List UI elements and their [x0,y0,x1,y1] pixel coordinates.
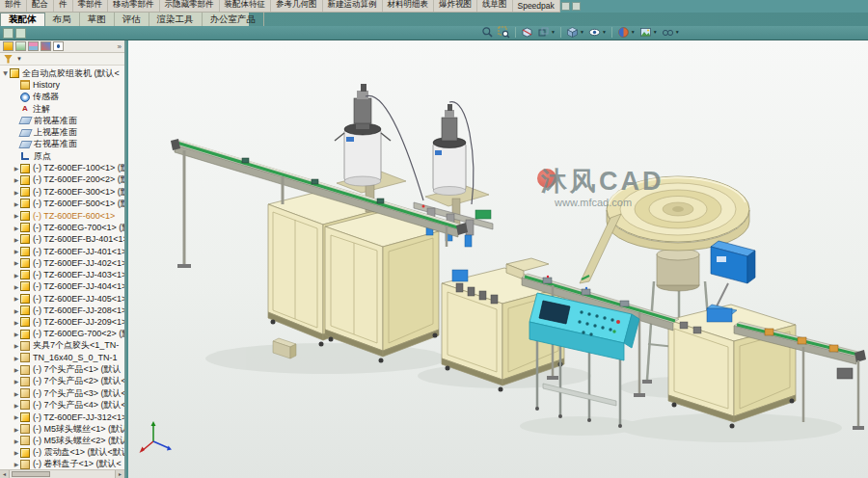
tree-item-0[interactable]: 全自动点胶组装机 (默认< [0,67,124,79]
panel-mini-button-2[interactable] [15,28,26,39]
toolbar-button-6[interactable]: 装配体特征 [220,0,272,12]
tree-item-14[interactable]: (-) TZ-600EF-BJ-401<1> [0,233,124,245]
toolbar-button-2[interactable]: 件 [54,0,73,12]
tree-expander-icon[interactable] [13,283,20,290]
tree-item-31[interactable]: (-) M5球头螺丝<2> (默认 [0,435,124,446]
tree-expander-icon[interactable] [13,461,20,467]
ribbon-tab-0[interactable]: 装配体 [0,13,45,26]
tree-expander-icon[interactable] [13,438,20,444]
tree-item-29[interactable]: (-) TZ-600EF-JJ-312<1> [0,412,124,423]
tree-expander-icon[interactable] [13,366,20,373]
tree-item-17[interactable]: (-) TZ-600EF-JJ-403<1> [0,269,124,280]
tree-item-28[interactable]: (-) 7个头产品<4> (默认< [0,399,124,411]
zoom-fit-icon[interactable] [480,25,495,40]
tree-item-13[interactable]: (-) TZ-600EG-700<1> (默 [0,222,124,233]
tree-expander-icon[interactable] [13,295,20,302]
tree-item-23[interactable]: 夹具7个点胶头<1_TN- [0,340,124,352]
toolbar-button-10[interactable]: 爆炸视图 [434,0,477,12]
panel-tab-dimxpertmanager[interactable] [41,41,51,51]
tree-expander-icon[interactable] [13,342,20,349]
tree-item-16[interactable]: (-) TZ-600EF-JJ-402<1> [0,257,124,269]
tree-item-15[interactable]: (-) TZ-600EF-JJ-401<1> [0,245,124,256]
panel-horizontal-scrollbar[interactable]: ◄ ► [0,469,124,478]
tree-item-24[interactable]: TN_16x40_S_0_TN-1 [0,352,124,363]
tree-item-5[interactable]: 上视基准面 [0,126,124,138]
tree-item-26[interactable]: (-) 7个头产品<2> (默认< [0,376,124,387]
tree-item-20[interactable]: (-) TZ-600EF-JJ-208<1> [0,305,124,316]
edit-appearance-icon[interactable]: ▼ [616,25,637,40]
toolbar-button-12[interactable]: Speedpak [513,0,560,12]
tree-expander-icon[interactable] [13,319,20,326]
tree-expander-icon[interactable] [13,426,20,433]
tree-expander-icon[interactable] [13,259,20,266]
tree-item-25[interactable]: (-) 7个头产品<1> (默认 [0,363,124,375]
tree-expander-icon[interactable] [13,189,20,196]
tree-expander-icon[interactable] [13,225,20,231]
tree-expander-icon[interactable] [13,248,20,254]
ribbon-tab-5[interactable]: 办公室产品 [203,13,265,26]
toolbar-button-1[interactable]: 配合 [27,0,54,12]
tree-item-21[interactable]: (-) TZ-600EF-JJ-209<1> [0,316,124,328]
tree-item-11[interactable]: (-) TZ-600EF-500<1> (默 [0,198,124,209]
zoom-area-icon[interactable] [497,25,511,40]
tree-item-9[interactable]: (-) TZ-600EF-200<2> (默 [0,174,124,186]
tree-expander-icon[interactable] [13,355,20,361]
tree-expander-icon[interactable] [13,307,20,314]
tree-expander-icon[interactable] [13,200,20,207]
toolbar-button-11[interactable]: 线草图 [477,0,513,12]
tree-item-4[interactable]: 前视基准面 [0,115,124,126]
ribbon-tab-4[interactable]: 渲染工具 [149,13,203,26]
tree-expander-icon[interactable] [3,69,10,77]
toolbar-button-9[interactable]: 材料明细表 [383,0,435,12]
apply-scene-icon[interactable]: ▼ [638,25,659,40]
panel-tab-featuremanager[interactable] [3,41,14,51]
tree-item-32[interactable]: (-) 震动盘<1> (默认<默认 [0,447,124,459]
tree-expander-icon[interactable] [13,402,20,409]
tree-expander-icon[interactable] [13,212,20,219]
tree-item-12[interactable]: (-) TZ-600EF-600<1> [0,210,124,222]
toolbar-extra-button2[interactable] [572,2,581,11]
3d-viewport[interactable]: 沐风CAD www.mfcad.com [128,40,868,478]
ribbon-tab-1[interactable]: 布局 [45,13,80,26]
tree-expander-icon[interactable] [13,390,20,397]
tree-expander-icon[interactable] [13,176,20,183]
toolbar-button-0[interactable]: 部件 [0,0,27,12]
panel-tab-displaymanager[interactable] [53,41,64,51]
tree-expander-icon[interactable] [13,449,20,456]
panel-tab-propertymanager[interactable] [15,41,26,51]
tree-expander-icon[interactable] [13,378,20,385]
tree-expander-icon[interactable] [13,413,20,420]
view-settings-icon[interactable]: ▼ [661,25,681,40]
tree-item-30[interactable]: (-) M5球头螺丝<1> (默认 [0,423,124,435]
tree-item-1[interactable]: History [0,79,124,91]
display-style-icon[interactable]: ▼ [565,25,585,40]
tree-item-19[interactable]: (-) TZ-600EF-JJ-405<1> [0,293,124,305]
filter-caret-icon[interactable]: ▼ [16,56,22,62]
toolbar-button-5[interactable]: 示隐藏零部件 [160,0,220,12]
filter-funnel-icon[interactable] [4,55,13,64]
panel-collapse-icon[interactable]: » [118,42,122,51]
hide-show-items-icon[interactable]: ▼ [587,25,608,40]
view-orientation-icon[interactable]: ▼ [536,25,556,40]
tree-item-18[interactable]: (-) TZ-600EF-JJ-404<1> [0,280,124,292]
scroll-left-arrow[interactable]: ◄ [0,470,10,478]
tree-item-7[interactable]: 原点 [0,150,124,162]
toolbar-button-4[interactable]: 移动零部件 [108,0,160,12]
tree-expander-icon[interactable] [13,331,20,337]
tree-expander-icon[interactable] [13,272,20,279]
tree-item-33[interactable]: (-) 卷料盘子<1> (默认< [0,459,124,469]
toolbar-button-7[interactable]: 参考几何图 [271,0,323,12]
tree-item-6[interactable]: 右视基准面 [0,139,124,150]
panel-tab-configurationmanager[interactable] [28,41,39,51]
tree-item-3[interactable]: A注解 [0,103,124,115]
tree-expander-icon[interactable] [13,236,20,243]
tree-item-22[interactable]: (-) TZ-600EG-700<2> (默 [0,329,124,340]
scroll-thumb[interactable] [12,471,50,477]
toolbar-button-8[interactable]: 新建运动算例 [323,0,383,12]
ribbon-tab-3[interactable]: 评估 [115,13,149,26]
tree-item-8[interactable]: (-) TZ-600EF-100<1> (默 [0,162,124,173]
tree-expander-icon[interactable] [13,165,20,172]
tree-item-2[interactable]: 传感器 [0,92,124,103]
toolbar-extra-button[interactable] [561,2,570,11]
scroll-right-arrow[interactable]: ► [115,470,124,478]
